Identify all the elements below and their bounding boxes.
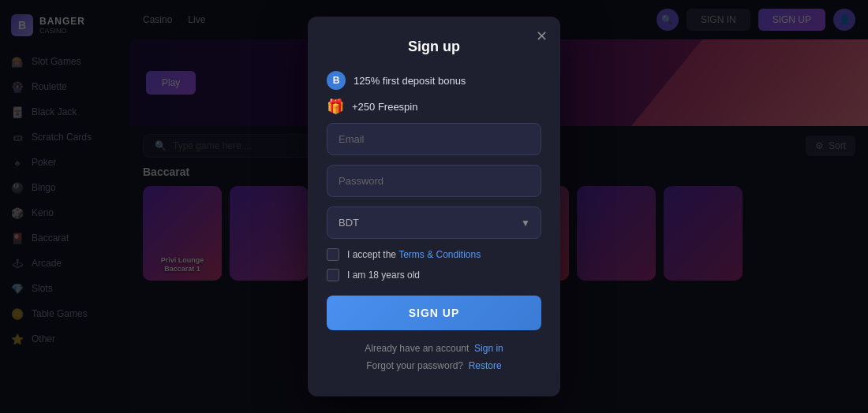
age-checkbox-group: I am 18 years old <box>327 269 541 281</box>
currency-form-group: BDT USD EUR GBP ▼ <box>327 206 541 239</box>
bonus-badge-icon: B <box>327 71 346 90</box>
modal-close-button[interactable]: ✕ <box>536 29 548 43</box>
terms-checkbox-group: I accept the Terms & Conditions <box>327 248 541 261</box>
terms-label[interactable]: I accept the Terms & Conditions <box>347 249 481 260</box>
gift-icon: 🎁 <box>327 98 344 115</box>
modal-header: Sign up <box>327 39 541 55</box>
modal-overlay: Sign up ✕ B 125% first deposit bonus 🎁 +… <box>0 0 868 413</box>
forgot-text: Forgot your password? <box>366 360 463 371</box>
bonus-text-1: 125% first deposit bonus <box>354 75 466 87</box>
restore-link[interactable]: Restore <box>469 360 502 371</box>
password-form-group <box>327 165 541 197</box>
password-input[interactable] <box>327 165 541 197</box>
bonus-text-2: +250 Freespin <box>352 101 417 113</box>
email-input[interactable] <box>327 123 541 155</box>
already-account-text: Already have an account <box>365 343 469 354</box>
age-checkbox[interactable] <box>327 269 339 281</box>
bonus-row-1: B 125% first deposit bonus <box>327 71 541 90</box>
email-form-group <box>327 123 541 155</box>
signup-modal: Sign up ✕ B 125% first deposit bonus 🎁 +… <box>308 17 560 396</box>
terms-link[interactable]: Terms & Conditions <box>398 249 481 260</box>
footer-forgot-line: Forgot your password? Restore <box>327 360 541 371</box>
terms-label-text: I accept the <box>347 249 398 260</box>
age-label[interactable]: I am 18 years old <box>347 270 420 281</box>
bonus-row-2: 🎁 +250 Freespin <box>327 98 541 115</box>
modal-footer: Already have an account Sign in Forgot y… <box>327 343 541 371</box>
terms-checkbox[interactable] <box>327 248 339 261</box>
signin-link[interactable]: Sign in <box>474 343 503 354</box>
signup-button[interactable]: SIGN UP <box>327 296 541 330</box>
modal-title: Sign up <box>408 39 460 54</box>
footer-signin-line: Already have an account Sign in <box>327 343 541 354</box>
currency-select[interactable]: BDT USD EUR GBP <box>327 206 541 239</box>
